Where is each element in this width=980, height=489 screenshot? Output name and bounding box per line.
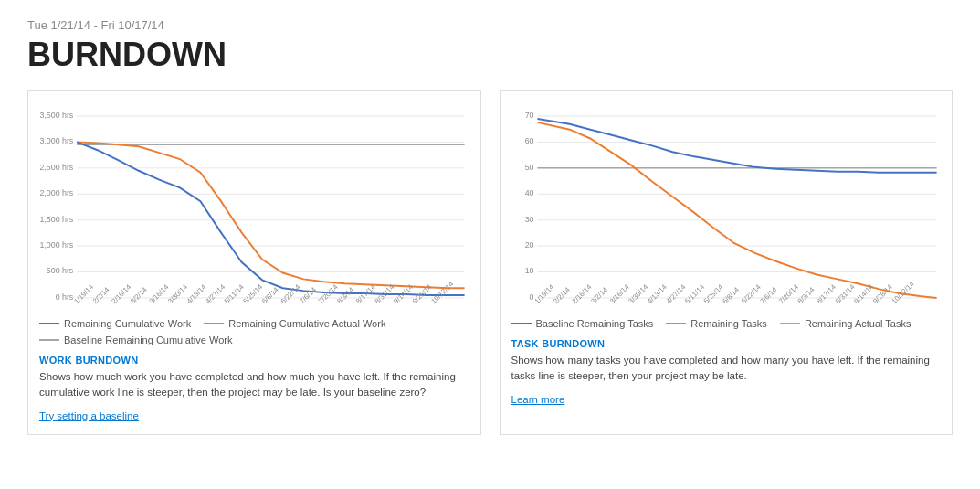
svg-text:3/30/14: 3/30/14 [166, 282, 189, 305]
svg-text:10: 10 [524, 266, 533, 275]
work-legend-orange: Remaining Cumulative Actual Work [204, 318, 385, 329]
svg-text:5/25/14: 5/25/14 [701, 282, 724, 305]
svg-text:40: 40 [524, 188, 533, 197]
svg-text:4/13/14: 4/13/14 [185, 282, 208, 305]
svg-text:1/19/14: 1/19/14 [72, 282, 95, 305]
svg-text:0 hrs: 0 hrs [56, 292, 74, 302]
svg-text:20: 20 [524, 240, 533, 250]
svg-text:2,000 hrs: 2,000 hrs [39, 188, 73, 197]
svg-text:5/25/14: 5/25/14 [241, 282, 264, 305]
svg-text:1,000 hrs: 1,000 hrs [39, 240, 73, 250]
svg-text:9/28/14: 9/28/14 [870, 282, 893, 305]
task-section-link[interactable]: Learn more [511, 394, 565, 405]
svg-text:3/16/14: 3/16/14 [607, 282, 630, 305]
work-section-title: WORK BURNDOWN [39, 355, 469, 366]
task-legend-orange: Remaining Tasks [666, 318, 767, 329]
svg-text:2/16/14: 2/16/14 [110, 282, 132, 305]
work-legend-blue: Remaining Cumulative Work [39, 318, 191, 329]
svg-text:3,500 hrs: 3,500 hrs [39, 111, 73, 120]
svg-text:8/17/14: 8/17/14 [815, 282, 838, 305]
svg-text:2/16/14: 2/16/14 [570, 282, 593, 305]
task-section-desc: Shows how many tasks you have completed … [511, 353, 942, 385]
svg-text:1/19/14: 1/19/14 [532, 282, 555, 305]
svg-text:8/31/14: 8/31/14 [833, 282, 856, 305]
work-chart-svg: 0 hrs 500 hrs 1,000 hrs 1,500 hrs 2,000 … [39, 101, 469, 311]
task-chart-area: 0 10 20 30 40 50 60 70 [511, 101, 942, 311]
svg-text:1,500 hrs: 1,500 hrs [39, 215, 73, 224]
date-range: Tue 1/21/14 - Fri 10/17/14 [27, 18, 953, 32]
work-legend-gray: Baseline Remaining Cumulative Work [39, 335, 232, 345]
svg-text:5/11/14: 5/11/14 [223, 282, 246, 305]
task-legend-blue: Baseline Remaining Tasks [511, 318, 654, 329]
task-legend-gray: Remaining Actual Tasks [780, 318, 912, 329]
page-title: BURNDOWN [27, 36, 953, 74]
svg-text:3/16/14: 3/16/14 [148, 282, 171, 305]
work-chart-legend: Remaining Cumulative Work Remaining Cumu… [39, 318, 469, 345]
svg-text:50: 50 [524, 163, 533, 172]
svg-text:2,500 hrs: 2,500 hrs [39, 163, 73, 172]
svg-text:60: 60 [524, 136, 533, 145]
work-section-link[interactable]: Try setting a baseline [39, 410, 139, 421]
svg-text:4/13/14: 4/13/14 [645, 282, 668, 305]
work-burndown-panel: 0 hrs 500 hrs 1,000 hrs 1,500 hrs 2,000 … [27, 90, 481, 435]
svg-text:70: 70 [524, 111, 533, 120]
svg-text:4/27/14: 4/27/14 [664, 282, 687, 305]
svg-text:6/22/14: 6/22/14 [739, 282, 762, 305]
svg-text:6/22/14: 6/22/14 [279, 282, 302, 305]
svg-text:500 hrs: 500 hrs [47, 266, 74, 275]
task-chart-legend: Baseline Remaining Tasks Remaining Tasks… [511, 318, 942, 329]
task-section-title: TASK BURNDOWN [511, 338, 942, 349]
svg-text:10/12/14: 10/12/14 [429, 280, 455, 305]
svg-text:30: 30 [524, 215, 533, 224]
work-section-desc: Shows how much work you have completed a… [39, 369, 469, 401]
svg-text:4/27/14: 4/27/14 [204, 282, 227, 305]
svg-text:3,000 hrs: 3,000 hrs [39, 136, 73, 145]
svg-text:3/30/14: 3/30/14 [627, 282, 649, 305]
work-chart-area: 0 hrs 500 hrs 1,000 hrs 1,500 hrs 2,000 … [39, 101, 469, 311]
svg-text:7/20/14: 7/20/14 [777, 282, 800, 305]
svg-text:5/11/14: 5/11/14 [683, 282, 706, 305]
task-burndown-panel: 0 10 20 30 40 50 60 70 [500, 90, 954, 435]
task-chart-svg: 0 10 20 30 40 50 60 70 [511, 101, 942, 311]
